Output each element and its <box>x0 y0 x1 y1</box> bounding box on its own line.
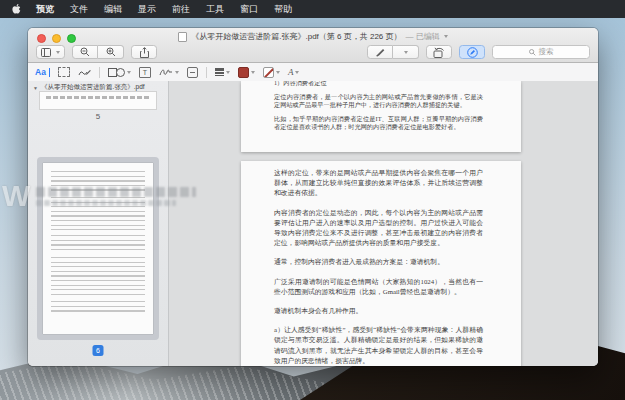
highlight-pen-button[interactable] <box>367 45 393 59</box>
paragraph: 邀请机制本身会有几种作用。 <box>274 306 483 316</box>
text-selection-tool[interactable]: Aa <box>35 67 50 77</box>
search-icon <box>529 49 536 56</box>
document-pane[interactable]: 1）内容消费者定位 定位内容消费者，是一个以内容为主的网站或产品首先要做的事情，… <box>169 81 598 366</box>
chevron-down-icon <box>175 71 179 74</box>
note-tool[interactable] <box>187 67 198 78</box>
zoom-window-button[interactable] <box>67 34 76 43</box>
border-color-swatch-icon <box>238 67 249 78</box>
menu-item-go[interactable]: 前往 <box>164 0 198 18</box>
markup-toolbar: Aa T <box>28 63 598 82</box>
toolbar: 搜索 <box>36 44 590 60</box>
edited-status[interactable]: — 已编辑 <box>406 31 440 42</box>
share-button[interactable] <box>131 45 157 59</box>
rotate-left-icon <box>433 47 445 58</box>
close-button[interactable] <box>37 34 46 43</box>
thumbnail-paragraph <box>51 235 145 253</box>
rect-selection-icon <box>58 67 70 77</box>
page-5-number-label: 5 <box>28 112 168 121</box>
window-chrome: 《从零开始做运营进阶篇.张亮》.pdf（第 6 页，共 226 页） — 已编辑 <box>28 28 598 63</box>
paragraph: 定位内容消费者，是一个以内容为主的网站或产品首先要做的事情，它是决定网站或产品最… <box>274 93 483 109</box>
title-bar: 《从零开始做运营进阶篇.张亮》.pdf（第 6 页，共 226 页） — 已编辑 <box>88 31 538 42</box>
menu-item-edit[interactable]: 编辑 <box>96 0 130 18</box>
signature-icon <box>159 68 173 77</box>
page-5-bottom: 1）内容消费者定位 定位内容消费者，是一个以内容为主的网站或产品首先要做的事情，… <box>241 81 521 152</box>
thumbnail-paragraph <box>51 171 145 193</box>
text-box-tool[interactable]: T <box>139 67 151 78</box>
zoom-out-icon <box>80 47 90 57</box>
toolbar-divider <box>99 67 100 78</box>
line-style-icon <box>215 68 224 76</box>
text-box-icon: T <box>139 67 151 78</box>
menu-item-view[interactable]: 显示 <box>130 0 164 18</box>
text-style-icon: A <box>288 67 294 77</box>
thumbnail-text-line <box>46 96 150 99</box>
paragraph: 内容消费者的定位是动态的，因此，每个以内容为主的网站或产品需要评估让用户进入的速… <box>274 208 483 249</box>
text-style-tool[interactable]: A <box>288 67 300 77</box>
page-6-selection-highlight <box>37 157 159 340</box>
text-selection-icon: Aa <box>35 67 46 77</box>
sidebar-view-button[interactable] <box>36 45 65 59</box>
fill-color-tool[interactable] <box>263 67 280 78</box>
apple-menu-icon[interactable] <box>12 3 22 15</box>
window-content: ▼ 《从零开始做运营进阶篇.张亮》.pdf 5 6 <box>28 81 598 366</box>
fill-color-swatch-icon <box>263 67 274 78</box>
zoom-out-button[interactable] <box>72 45 98 59</box>
current-page-badge: 6 <box>93 345 104 356</box>
thumbnail-paragraph <box>51 257 145 297</box>
border-color-tool[interactable] <box>238 67 255 78</box>
traffic-lights <box>37 34 76 43</box>
paragraph: 这样的定位，带来的是网站或产品早期提供内容会聚焦在哪一个用户群体，从而建立比较单… <box>274 168 483 199</box>
document-proxy-icon[interactable] <box>178 32 187 42</box>
rect-selection-tool[interactable] <box>58 67 70 77</box>
menu-item-tools[interactable]: 工具 <box>198 0 232 18</box>
chevron-down-icon <box>56 51 60 54</box>
zoom-in-icon <box>106 47 116 57</box>
toolbar-divider <box>206 67 207 78</box>
title-chevron-icon <box>444 35 448 38</box>
thumbnail-paragraph <box>51 197 145 231</box>
highlight-pen-menu-button[interactable] <box>393 45 419 59</box>
share-icon <box>140 47 149 58</box>
minimize-button[interactable] <box>52 34 61 43</box>
paragraph: 通常，控制内容消费者进入最成熟的方案是：邀请机制。 <box>274 257 483 267</box>
page-6-thumbnail[interactable] <box>43 163 153 334</box>
section-heading: 1）内容消费者定位 <box>274 81 483 87</box>
highlighter-icon <box>375 47 385 57</box>
sidebar-icon <box>41 48 54 57</box>
zoom-in-button[interactable] <box>98 45 124 59</box>
menu-item-preview[interactable]: 预览 <box>28 0 62 18</box>
chevron-down-icon <box>127 71 131 74</box>
chevron-down-icon <box>276 71 280 74</box>
window-title: 《从零开始做运营进阶篇.张亮》.pdf（第 6 页，共 226 页） <box>191 31 401 42</box>
page-6: 这样的定位，带来的是网站或产品早期提供内容会聚焦在哪一个用户群体，从而建立比较单… <box>241 161 521 366</box>
signature-tool[interactable] <box>159 68 179 77</box>
preview-window: 《从零开始做运营进阶篇.张亮》.pdf（第 6 页，共 226 页） — 已编辑 <box>28 28 598 366</box>
disclosure-triangle-icon[interactable]: ▼ <box>33 85 38 91</box>
note-icon <box>187 67 198 78</box>
chevron-down-icon <box>295 71 299 74</box>
paragraph: 比如，知乎早期的内容消费者定位是IT、互联网人群；豆瓣早期的内容消费者定位是喜欢… <box>274 115 483 131</box>
search-placeholder: 搜索 <box>539 47 554 57</box>
thumbnail-paragraph <box>51 301 145 315</box>
paragraph: a）让人感受到“稀缺性”，感受到“稀缺性”会带来两种现象：人群精确锁定与黑市交易… <box>274 325 483 366</box>
menu-bar: 预览 文件 编辑 显示 前往 工具 窗口 帮助 <box>0 0 625 18</box>
markup-pen-circle-icon <box>467 47 478 58</box>
text-cursor-bar <box>49 68 50 77</box>
rotate-button[interactable] <box>426 45 452 59</box>
menu-item-window[interactable]: 窗口 <box>232 0 266 18</box>
screen: 预览 文件 编辑 显示 前往 工具 窗口 帮助 《从零开始做运营进阶篇.张亮》.… <box>0 0 625 400</box>
shape-style-tool[interactable] <box>215 68 230 76</box>
shapes-icon-circle <box>116 68 125 77</box>
chevron-down-icon <box>251 71 255 74</box>
search-input[interactable]: 搜索 <box>492 45 590 59</box>
chevron-down-icon <box>404 51 408 54</box>
sketch-tool[interactable] <box>78 67 91 77</box>
thumbnail-sidebar: ▼ 《从零开始做运营进阶篇.张亮》.pdf 5 6 <box>28 81 169 366</box>
menu-item-help[interactable]: 帮助 <box>266 0 300 18</box>
sketch-icon <box>78 67 91 77</box>
menu-item-file[interactable]: 文件 <box>62 0 96 18</box>
markup-toolbar-toggle-button[interactable] <box>459 45 485 59</box>
chevron-down-icon <box>226 71 230 74</box>
page-5-thumbnail[interactable] <box>39 91 157 110</box>
shapes-tool[interactable] <box>108 68 131 77</box>
